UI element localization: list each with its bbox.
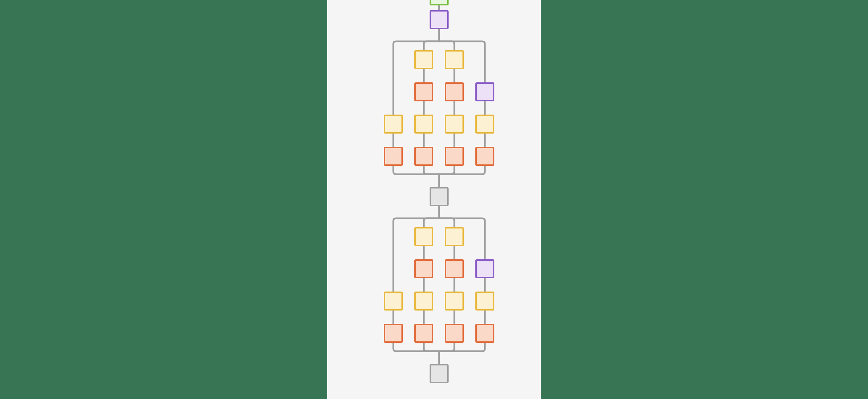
node-n0-purple[interactable] xyxy=(430,10,449,29)
node-b2-r3-c3[interactable] xyxy=(445,292,464,311)
node-b2-r1-c3[interactable] xyxy=(445,227,464,246)
node-b1-r2-c2[interactable] xyxy=(414,82,433,101)
node-b1-r2-c4[interactable] xyxy=(475,82,494,101)
node-b1-r3-c4[interactable] xyxy=(475,115,494,134)
node-b2-r3-c1[interactable] xyxy=(384,292,403,311)
node-b1-r1-c3[interactable] xyxy=(445,50,464,69)
diagram-canvas xyxy=(327,0,541,399)
node-b2-r2-c4[interactable] xyxy=(475,259,494,278)
node-b1-r3-c1[interactable] xyxy=(384,115,403,134)
node-b1-r3-c2[interactable] xyxy=(414,115,433,134)
node-mid-gray[interactable] xyxy=(430,187,449,206)
node-b1-r4-c4[interactable] xyxy=(475,147,494,166)
node-b1-r4-c3[interactable] xyxy=(445,147,464,166)
node-b2-r2-c2[interactable] xyxy=(414,259,433,278)
node-b2-r4-c1[interactable] xyxy=(384,324,403,343)
node-bot-gray[interactable] xyxy=(430,364,449,383)
node-b1-r3-c3[interactable] xyxy=(445,115,464,134)
node-b2-r2-c3[interactable] xyxy=(445,259,464,278)
node-top-green[interactable] xyxy=(430,0,449,5)
node-b2-r3-c4[interactable] xyxy=(475,292,494,311)
node-b2-r4-c2[interactable] xyxy=(414,324,433,343)
node-b1-r4-c2[interactable] xyxy=(414,147,433,166)
node-b2-r4-c4[interactable] xyxy=(475,324,494,343)
node-b1-r2-c3[interactable] xyxy=(445,82,464,101)
node-b2-r3-c2[interactable] xyxy=(414,292,433,311)
node-b1-r4-c1[interactable] xyxy=(384,147,403,166)
node-b1-r1-c2[interactable] xyxy=(414,50,433,69)
node-b2-r1-c2[interactable] xyxy=(414,227,433,246)
node-b2-r4-c3[interactable] xyxy=(445,324,464,343)
